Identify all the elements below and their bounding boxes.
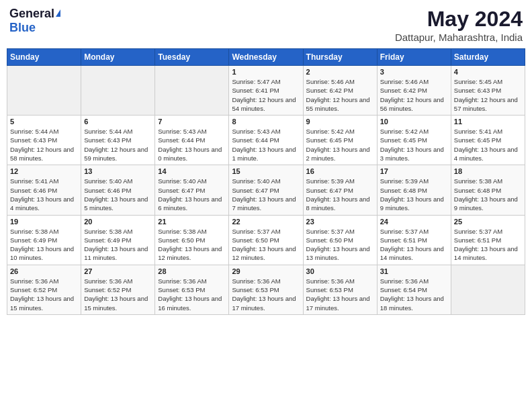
location-text: Dattapur, Maharashtra, India xyxy=(395,32,523,43)
day-header-friday: Friday xyxy=(377,49,451,66)
day-info: Sunrise: 5:46 AMSunset: 6:42 PMDaylight:… xyxy=(306,77,374,113)
logo-general-text: General xyxy=(9,7,54,21)
calendar-week-row: 1Sunrise: 5:47 AMSunset: 6:41 PMDaylight… xyxy=(7,66,525,116)
day-number: 24 xyxy=(380,218,448,226)
day-info: Sunrise: 5:37 AMSunset: 6:50 PMDaylight:… xyxy=(232,227,300,263)
day-info: Sunrise: 5:47 AMSunset: 6:41 PMDaylight:… xyxy=(232,77,300,113)
calendar-cell: 19Sunrise: 5:38 AMSunset: 6:49 PMDayligh… xyxy=(7,215,81,265)
day-number: 31 xyxy=(380,267,448,275)
day-info: Sunrise: 5:43 AMSunset: 6:44 PMDaylight:… xyxy=(158,127,226,163)
calendar-week-row: 5Sunrise: 5:44 AMSunset: 6:43 PMDaylight… xyxy=(7,116,525,165)
day-number: 11 xyxy=(454,118,522,126)
day-info: Sunrise: 5:41 AMSunset: 6:46 PMDaylight:… xyxy=(10,177,78,212)
calendar-cell: 10Sunrise: 5:42 AMSunset: 6:45 PMDayligh… xyxy=(377,116,451,165)
calendar-cell: 4Sunrise: 5:45 AMSunset: 6:43 PMDaylight… xyxy=(451,66,525,116)
calendar-cell: 17Sunrise: 5:39 AMSunset: 6:48 PMDayligh… xyxy=(377,165,451,215)
calendar-cell: 11Sunrise: 5:41 AMSunset: 6:45 PMDayligh… xyxy=(451,116,525,165)
day-info: Sunrise: 5:36 AMSunset: 6:52 PMDaylight:… xyxy=(84,277,152,312)
calendar-cell: 23Sunrise: 5:37 AMSunset: 6:50 PMDayligh… xyxy=(303,215,377,265)
day-number: 9 xyxy=(306,118,374,126)
day-number: 8 xyxy=(232,118,300,126)
day-number: 5 xyxy=(10,118,78,126)
logo: General Blue xyxy=(9,7,60,35)
day-info: Sunrise: 5:46 AMSunset: 6:42 PMDaylight:… xyxy=(380,77,448,113)
day-number: 10 xyxy=(380,118,448,126)
day-number: 16 xyxy=(306,167,374,175)
day-number: 2 xyxy=(306,68,374,76)
day-number: 12 xyxy=(10,167,78,175)
day-number: 22 xyxy=(232,218,300,226)
day-info: Sunrise: 5:37 AMSunset: 6:51 PMDaylight:… xyxy=(380,227,448,263)
calendar-cell: 26Sunrise: 5:36 AMSunset: 6:52 PMDayligh… xyxy=(7,265,81,314)
day-info: Sunrise: 5:42 AMSunset: 6:45 PMDaylight:… xyxy=(306,127,374,163)
day-number: 18 xyxy=(454,167,522,175)
calendar-cell: 12Sunrise: 5:41 AMSunset: 6:46 PMDayligh… xyxy=(7,165,81,215)
calendar-cell: 25Sunrise: 5:37 AMSunset: 6:51 PMDayligh… xyxy=(451,215,525,265)
calendar-cell: 20Sunrise: 5:38 AMSunset: 6:49 PMDayligh… xyxy=(81,215,155,265)
day-header-tuesday: Tuesday xyxy=(155,49,229,66)
day-info: Sunrise: 5:37 AMSunset: 6:51 PMDaylight:… xyxy=(454,227,522,263)
day-info: Sunrise: 5:38 AMSunset: 6:50 PMDaylight:… xyxy=(158,227,226,263)
day-header-monday: Monday xyxy=(81,49,155,66)
day-info: Sunrise: 5:36 AMSunset: 6:53 PMDaylight:… xyxy=(306,277,374,312)
day-info: Sunrise: 5:36 AMSunset: 6:54 PMDaylight:… xyxy=(380,277,448,312)
calendar-cell: 8Sunrise: 5:43 AMSunset: 6:44 PMDaylight… xyxy=(229,116,303,165)
day-info: Sunrise: 5:42 AMSunset: 6:45 PMDaylight:… xyxy=(380,127,448,163)
day-number: 27 xyxy=(84,267,152,275)
calendar-cell: 5Sunrise: 5:44 AMSunset: 6:43 PMDaylight… xyxy=(7,116,81,165)
day-info: Sunrise: 5:38 AMSunset: 6:49 PMDaylight:… xyxy=(10,227,78,263)
calendar-cell xyxy=(451,265,525,314)
calendar-cell: 18Sunrise: 5:38 AMSunset: 6:48 PMDayligh… xyxy=(451,165,525,215)
calendar-week-row: 19Sunrise: 5:38 AMSunset: 6:49 PMDayligh… xyxy=(7,215,525,265)
day-number: 7 xyxy=(158,118,226,126)
day-number: 3 xyxy=(380,68,448,76)
day-number: 14 xyxy=(158,167,226,175)
calendar-cell: 6Sunrise: 5:44 AMSunset: 6:43 PMDaylight… xyxy=(81,116,155,165)
day-number: 23 xyxy=(306,218,374,226)
calendar-table: SundayMondayTuesdayWednesdayThursdayFrid… xyxy=(7,48,525,315)
calendar-cell: 27Sunrise: 5:36 AMSunset: 6:52 PMDayligh… xyxy=(81,265,155,314)
day-info: Sunrise: 5:36 AMSunset: 6:52 PMDaylight:… xyxy=(10,277,78,312)
day-number: 4 xyxy=(454,68,522,76)
logo-triangle-icon xyxy=(56,9,60,17)
day-number: 28 xyxy=(158,267,226,275)
day-info: Sunrise: 5:40 AMSunset: 6:47 PMDaylight:… xyxy=(232,177,300,212)
calendar-cell: 16Sunrise: 5:39 AMSunset: 6:47 PMDayligh… xyxy=(303,165,377,215)
day-number: 19 xyxy=(10,218,78,226)
calendar-cell xyxy=(155,66,229,116)
month-title: May 2024 xyxy=(395,7,523,32)
calendar-cell: 30Sunrise: 5:36 AMSunset: 6:53 PMDayligh… xyxy=(303,265,377,314)
calendar-cell: 7Sunrise: 5:43 AMSunset: 6:44 PMDaylight… xyxy=(155,116,229,165)
day-info: Sunrise: 5:44 AMSunset: 6:43 PMDaylight:… xyxy=(84,127,152,163)
day-info: Sunrise: 5:39 AMSunset: 6:47 PMDaylight:… xyxy=(306,177,374,212)
day-info: Sunrise: 5:38 AMSunset: 6:48 PMDaylight:… xyxy=(454,177,522,212)
day-number: 21 xyxy=(158,218,226,226)
calendar-cell: 21Sunrise: 5:38 AMSunset: 6:50 PMDayligh… xyxy=(155,215,229,265)
day-number: 20 xyxy=(84,218,152,226)
day-header-saturday: Saturday xyxy=(451,49,525,66)
day-number: 13 xyxy=(84,167,152,175)
day-info: Sunrise: 5:39 AMSunset: 6:48 PMDaylight:… xyxy=(380,177,448,212)
day-number: 29 xyxy=(232,267,300,275)
calendar-cell: 22Sunrise: 5:37 AMSunset: 6:50 PMDayligh… xyxy=(229,215,303,265)
calendar-cell: 31Sunrise: 5:36 AMSunset: 6:54 PMDayligh… xyxy=(377,265,451,314)
page-header: General Blue May 2024 Dattapur, Maharash… xyxy=(7,7,525,43)
calendar-week-row: 26Sunrise: 5:36 AMSunset: 6:52 PMDayligh… xyxy=(7,265,525,314)
calendar-cell: 2Sunrise: 5:46 AMSunset: 6:42 PMDaylight… xyxy=(303,66,377,116)
day-number: 15 xyxy=(232,167,300,175)
day-info: Sunrise: 5:45 AMSunset: 6:43 PMDaylight:… xyxy=(454,77,522,113)
calendar-cell: 24Sunrise: 5:37 AMSunset: 6:51 PMDayligh… xyxy=(377,215,451,265)
day-info: Sunrise: 5:41 AMSunset: 6:45 PMDaylight:… xyxy=(454,127,522,163)
day-header-wednesday: Wednesday xyxy=(229,49,303,66)
calendar-cell: 14Sunrise: 5:40 AMSunset: 6:47 PMDayligh… xyxy=(155,165,229,215)
day-info: Sunrise: 5:36 AMSunset: 6:53 PMDaylight:… xyxy=(158,277,226,312)
day-info: Sunrise: 5:40 AMSunset: 6:46 PMDaylight:… xyxy=(84,177,152,212)
calendar-week-row: 12Sunrise: 5:41 AMSunset: 6:46 PMDayligh… xyxy=(7,165,525,215)
day-info: Sunrise: 5:37 AMSunset: 6:50 PMDaylight:… xyxy=(306,227,374,263)
calendar-cell: 29Sunrise: 5:36 AMSunset: 6:53 PMDayligh… xyxy=(229,265,303,314)
day-number: 17 xyxy=(380,167,448,175)
day-number: 26 xyxy=(10,267,78,275)
calendar-cell xyxy=(81,66,155,116)
calendar-cell xyxy=(7,66,81,116)
calendar-cell: 15Sunrise: 5:40 AMSunset: 6:47 PMDayligh… xyxy=(229,165,303,215)
